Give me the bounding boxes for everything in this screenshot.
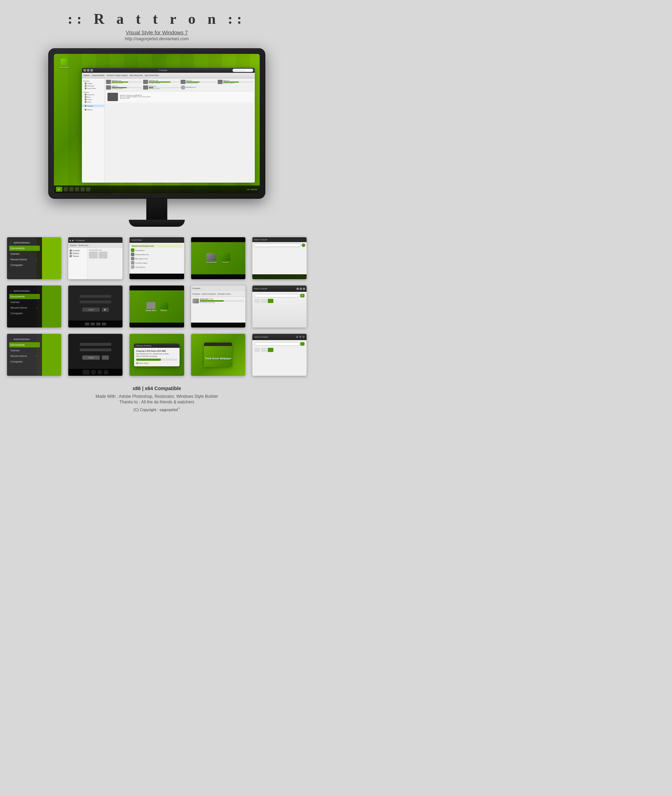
sidebar-item-music[interactable]: Music: [82, 96, 104, 98]
compat-text: x86 | x64 Compatible: [96, 385, 218, 391]
sidebar-item-network[interactable]: Network: [82, 109, 104, 111]
sm-item-documents: Documents: [9, 246, 40, 251]
logoff2-button-label: Log off: [88, 356, 93, 359]
copy-from: from Resources (C:\...Resources) to Desk…: [136, 353, 178, 355]
thumbnail-control-panel[interactable]: Control Panel Network and Sharing Center…: [130, 237, 184, 279]
organize-button[interactable]: Organize: [83, 75, 90, 76]
maximize-button[interactable]: [87, 69, 90, 72]
sidebar-item-downloads[interactable]: Downloads: [82, 85, 104, 87]
copy-time: About 2 Minutes remaining: [136, 355, 178, 357]
system-info-footer: SAGOR PC Workgroup: WORKGROUP Processor:…: [106, 91, 253, 102]
sidebar-item-desktop[interactable]: Desktop: [82, 82, 104, 85]
thumbnail-row-3: › Administrator Documents Games Recent I…: [7, 334, 307, 376]
taskbar-icon-4[interactable]: [80, 187, 85, 192]
thumbnail-start-menu-gray[interactable]: › Administrator Documents Games Recent I…: [7, 334, 61, 376]
sm-item-computer: Computer: [9, 262, 40, 268]
start-button[interactable]: ▶: [56, 187, 62, 192]
drive-name: DVD RM Drive (I:): [186, 87, 216, 88]
thumbnail-wallpaper[interactable]: Think Green Wallpaper: [191, 334, 245, 376]
uninstall-button[interactable]: Uninstall or change a program: [107, 75, 128, 76]
folder-label: Pictures: [222, 261, 229, 264]
drives-grid: WINDOWS 7 (C:) 23.0 GB free of 50.0 GB W…: [106, 80, 253, 90]
copy-dialog-title: 2 Minutes remaining: [136, 345, 151, 347]
thumbnail-logoff[interactable]: Log off ▶: [68, 286, 123, 328]
pictures-folder: Pictures: [221, 253, 230, 264]
thumbnail-search-bar-2[interactable]: Search Computer 🔍: [252, 286, 307, 328]
explorer-thumb-toolbar: Organize · System prop...: [70, 244, 90, 246]
search-title: Search Computer: [254, 239, 267, 241]
control-panel-button[interactable]: Open Control Panel: [145, 75, 159, 76]
search-taskbar: [252, 274, 307, 279]
drive-size: 27.6 GB free of 50.0 GB: [186, 83, 216, 84]
taskbar-bottom: [191, 274, 245, 279]
taskbar-icon-3[interactable]: [75, 187, 79, 192]
taskbar-top: [191, 237, 245, 242]
thumbnail-my-computer[interactable]: Computer › Properties System properties …: [191, 286, 245, 328]
taskbar: ▶ 8:42 18.05.2011: [54, 185, 260, 193]
libraries-header: Libraries: [82, 91, 104, 93]
favorites-header: Favorites: [82, 80, 104, 82]
explorer-title: 7 Computer: [93, 69, 232, 71]
drive-icon: [106, 80, 111, 84]
sample-music-label: Sample Music: [145, 309, 156, 312]
drive-info: WINDOWS 7 (C:) 23.0 GB free of 50.0 GB: [112, 80, 142, 84]
drive-size: 11.0 GB free of 40.0 GB: [149, 83, 179, 84]
explorer-window[interactable]: 7 Computer Search Computer Organize Syst…: [82, 68, 255, 183]
search-bar[interactable]: Search Computer: [232, 69, 253, 72]
taskbar-icon-2[interactable]: [69, 187, 74, 192]
thanks-text: Thanks to : All the da friends & watcher…: [96, 400, 218, 404]
drive-size: 23.0 GB free of 50.0 GB: [112, 83, 142, 84]
drive-icon: [143, 80, 148, 84]
minimize-button[interactable]: [83, 69, 86, 72]
monitor-container: Recycle Bin 7 Computer Search Computer: [48, 48, 265, 227]
thumbnail-start-menu-light[interactable]: › Administrator Documents Games Recent I…: [7, 237, 61, 279]
sidebar-item-computer[interactable]: Computer: [82, 105, 104, 107]
folders-body: Sample Music Pictures: [191, 242, 245, 274]
website-url: http://sagorpirbd.deviantart.com: [125, 36, 189, 41]
thumbnail-start-menu-dark[interactable]: › Administrator Documents Games Recent I…: [7, 286, 61, 328]
sidebar-item-recent[interactable]: Recent Places: [82, 87, 104, 90]
pictures-label: Pictures: [161, 309, 167, 312]
more-details-label[interactable]: More details: [139, 362, 149, 364]
taskbar-icon-5[interactable]: [86, 187, 90, 192]
explorer-main: WINDOWS 7 (C:) 23.0 GB free of 50.0 GB W…: [105, 78, 255, 183]
system-props-button[interactable]: System properties: [92, 75, 104, 76]
monitor-stand-neck: [146, 199, 167, 220]
thumbnail-explorer-dark[interactable]: ▶ ▶ › Computer Organize · System prop...…: [68, 237, 123, 279]
search-body: [252, 242, 307, 274]
sm-item-recent: Recent Items ›: [9, 257, 40, 262]
search-placeholder: Search Computer: [234, 70, 245, 71]
thumbnail-sample-music[interactable]: Sample Music Pictures: [130, 286, 184, 328]
thumbnail-search-bar[interactable]: Search Computer: [252, 237, 307, 279]
monitor-screen: Recycle Bin 7 Computer Search Computer: [54, 54, 260, 193]
drive-icon: [143, 85, 148, 90]
taskbar-date: 18.05.2011: [251, 189, 258, 190]
thumbnail-copy-dialog[interactable]: 2 Minutes remaining Copying 1,210 Items …: [130, 334, 184, 376]
drive-icon: [181, 85, 186, 90]
copy-dialog: 2 Minutes remaining Copying 1,210 Items …: [134, 344, 179, 366]
drive-icon: [181, 80, 186, 84]
search-bar-3-title: Search Computer: [254, 336, 268, 338]
mc-toolbar-properties: Computer ›: [192, 287, 201, 289]
map-drive-button[interactable]: Map network drive: [130, 75, 143, 76]
start-menu-panel: › Administrator Documents Games Recent I…: [7, 237, 42, 279]
copyright-text: (C) Copyright : sagorpirbd™: [96, 407, 218, 412]
taskbar-icon-1[interactable]: [64, 187, 68, 192]
explorer-sidebar: Favorites Desktop Downloads Recent Place…: [82, 78, 105, 183]
wallpaper-window: Think Green Wallpaper: [204, 342, 232, 367]
sidebar-item-videos[interactable]: Videos: [82, 101, 104, 103]
folder-label: Sample Music: [206, 261, 217, 264]
close-button[interactable]: [90, 69, 93, 72]
drive-size: 380 GB free of 447 GB: [149, 88, 179, 90]
cp-titlebar: Control Panel: [130, 237, 184, 243]
drive-windows7: WINDOWS 7 (C:) 23.0 GB free of 50.0 GB: [106, 80, 142, 84]
search-input[interactable]: [254, 243, 301, 247]
thumbnail-search-bar-3[interactable]: Search Computer: [252, 334, 307, 376]
thumbnail-logoff-2[interactable]: Log off: [68, 334, 123, 376]
subtitle: Visual Style for Windows 7: [126, 29, 187, 35]
sidebar-item-documents[interactable]: Documents: [82, 93, 104, 96]
drive-soft: SOFT (E:) 27.6 GB free of 50.0 GB: [181, 80, 216, 84]
taskbar-right: 8:42 18.05.2011: [247, 189, 258, 190]
sidebar-item-pictures[interactable]: Pictures: [82, 98, 104, 101]
thumbnail-two-folders[interactable]: Sample Music Pictures: [191, 237, 245, 279]
